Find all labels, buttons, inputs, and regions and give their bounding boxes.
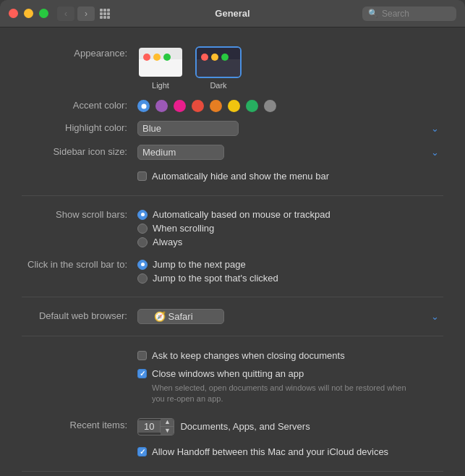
dark-preview [197, 48, 240, 77]
recent-items-row: Recent items: 10 ▲ ▼ Documents, Apps, an… [22, 414, 443, 440]
accent-purple[interactable] [155, 100, 168, 112]
appearance-dark[interactable]: Dark [195, 46, 242, 90]
close-docs-label: Ask to keep changes when closing documen… [152, 350, 345, 361]
recent-items-content: 10 ▲ ▼ Documents, Apps, and Servers [137, 418, 443, 435]
menu-bar-content: Automatically hide and show the menu bar [137, 169, 443, 184]
close-docs-content: Ask to keep changes when closing documen… [137, 348, 443, 405]
divider-4 [22, 471, 443, 472]
sidebar-icon-size-row: Sidebar icon size: Small Medium Large [22, 140, 443, 164]
sidebar-icon-size-select[interactable]: Small Medium Large [137, 145, 224, 160]
accent-yellow[interactable] [228, 100, 240, 112]
scroll-always-row: Always [137, 235, 443, 249]
highlight-color-select[interactable]: Blue Gold Pink [137, 121, 239, 136]
handoff-checkbox-row: Allow Handoff between this Mac and your … [137, 444, 443, 459]
stepper-value: 10 [138, 420, 161, 433]
menu-bar-checkbox[interactable] [137, 171, 147, 181]
click-next-page-row: Jump to the next page [137, 258, 443, 271]
svg-rect-6 [100, 16, 103, 19]
default-browser-select[interactable]: 🧭 Safari Chrome Firefox [137, 309, 224, 324]
divider-3 [22, 336, 443, 336]
accent-blue[interactable] [137, 100, 150, 112]
maximize-button[interactable] [39, 9, 48, 18]
menu-bar-checkbox-label: Automatically hide and show the menu bar [152, 171, 329, 182]
accent-graphite[interactable] [264, 100, 276, 112]
forward-button[interactable]: › [77, 7, 95, 21]
appearance-label: Appearance: [22, 46, 137, 59]
close-docs-checkbox[interactable] [137, 351, 147, 360]
svg-rect-2 [107, 9, 110, 12]
scroll-always-label: Always [153, 237, 182, 247]
click-next-page-radio[interactable] [137, 260, 148, 270]
close-windows-checkbox[interactable] [137, 369, 147, 378]
close-button[interactable] [9, 9, 18, 18]
titlebar: ‹ › General 🔍 [0, 0, 465, 27]
menu-bar-label [22, 169, 137, 170]
click-spot-label: Jump to the spot that's clicked [153, 273, 278, 284]
click-scroll-bar-label: Click in the scroll bar to: [22, 258, 137, 270]
close-windows-label: Close windows when quitting an app [152, 368, 304, 379]
svg-rect-5 [107, 12, 110, 15]
window: ‹ › General 🔍 Appearance: [0, 0, 465, 476]
scroll-auto-label: Automatically based on mouse or trackpad [153, 209, 330, 220]
scroll-auto-radio[interactable] [137, 210, 148, 220]
accent-orange[interactable] [210, 100, 222, 112]
divider-2 [22, 297, 443, 297]
content: Appearance: Light Dark [0, 27, 465, 476]
highlight-select-wrapper[interactable]: Blue Gold Pink [137, 121, 443, 136]
search-input[interactable] [382, 9, 451, 19]
dark-thumbnail [195, 46, 242, 78]
click-scroll-bar-content: Jump to the next page Jump to the spot t… [137, 258, 443, 285]
show-scroll-bars-content: Automatically based on mouse or trackpad… [137, 208, 443, 249]
back-button[interactable]: ‹ [57, 7, 74, 21]
titlebar-nav: ‹ › [57, 7, 95, 21]
window-title: General [215, 8, 249, 19]
click-spot-row: Jump to the spot that's clicked [137, 271, 443, 285]
minimize-button[interactable] [24, 9, 33, 18]
apps-grid-button[interactable] [99, 8, 111, 20]
stepper-down-button[interactable]: ▼ [161, 427, 174, 435]
click-spot-radio[interactable] [137, 273, 148, 284]
handoff-checkbox[interactable] [137, 447, 147, 456]
svg-rect-8 [107, 16, 110, 19]
highlight-color-row: Highlight color: Blue Gold Pink [22, 116, 443, 140]
accent-color-options [137, 98, 443, 112]
stepper-up-button[interactable]: ▲ [161, 419, 174, 427]
scroll-scrolling-radio[interactable] [137, 224, 148, 234]
appearance-light[interactable]: Light [137, 46, 184, 90]
scroll-auto-row: Automatically based on mouse or trackpad [137, 208, 443, 221]
svg-rect-7 [103, 16, 106, 19]
sidebar-icon-size-content: Small Medium Large [137, 145, 443, 160]
appearance-content: Light Dark [137, 46, 443, 90]
stepper-input[interactable]: 10 ▲ ▼ [137, 418, 174, 435]
search-box[interactable]: 🔍 [362, 7, 456, 21]
menu-bar-checkbox-row: Automatically hide and show the menu bar [137, 169, 443, 184]
accent-color-row: Accent color: [22, 94, 443, 116]
highlight-color-label: Highlight color: [22, 121, 137, 133]
close-windows-helper: When selected, open documents and window… [152, 383, 412, 405]
close-docs-checkbox-row: Ask to keep changes when closing documen… [137, 348, 443, 363]
window-buttons [9, 9, 48, 18]
recent-items-label: Recent items: [22, 418, 137, 430]
highlight-color-content: Blue Gold Pink [137, 121, 443, 136]
accent-red[interactable] [192, 100, 204, 112]
click-scroll-bar-row: Click in the scroll bar to: Jump to the … [22, 253, 443, 289]
handoff-content: Allow Handoff between this Mac and your … [137, 444, 443, 459]
show-scroll-bars-row: Show scroll bars: Automatically based on… [22, 203, 443, 253]
accent-green[interactable] [246, 100, 258, 112]
stepper-wrapper: 10 ▲ ▼ Documents, Apps, and Servers [137, 418, 443, 435]
show-scroll-bars-label: Show scroll bars: [22, 208, 137, 220]
default-browser-row: Default web browser: 🧭 Safari Chrome Fir… [22, 305, 443, 328]
accent-color-label: Accent color: [22, 98, 137, 111]
accent-pink[interactable] [174, 100, 186, 112]
close-docs-empty-label [22, 348, 137, 349]
svg-rect-4 [103, 12, 106, 15]
default-browser-content: 🧭 Safari Chrome Firefox [137, 309, 443, 324]
appearance-options: Light Dark [137, 46, 443, 90]
dark-label: Dark [210, 81, 226, 90]
light-label: Light [152, 81, 169, 90]
svg-rect-1 [103, 9, 106, 12]
handoff-empty-label [22, 444, 137, 446]
sidebar-select-wrapper[interactable]: Small Medium Large [137, 145, 443, 160]
scroll-always-radio[interactable] [137, 237, 148, 247]
browser-select-wrapper[interactable]: 🧭 Safari Chrome Firefox [137, 309, 443, 324]
